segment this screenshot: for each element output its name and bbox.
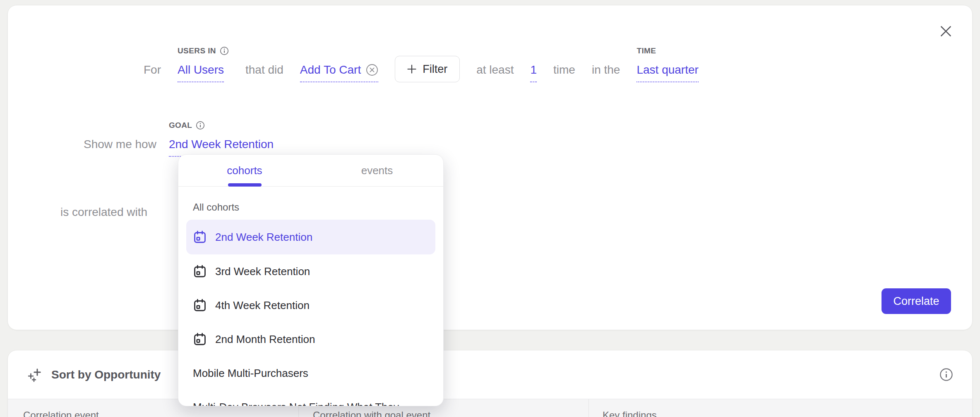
add-filter-button[interactable]: Filter xyxy=(395,56,460,82)
dropdown-tabs: cohorts events xyxy=(178,155,443,187)
remove-event-icon[interactable] xyxy=(366,64,378,76)
info-icon[interactable] xyxy=(220,46,229,55)
for-label: For xyxy=(144,63,161,77)
list-item-cohort[interactable]: 2nd Month Retention xyxy=(186,322,435,356)
close-button[interactable] xyxy=(937,22,955,40)
filter-label: Filter xyxy=(423,63,447,76)
column-divider xyxy=(588,399,589,417)
tab-cohorts[interactable]: cohorts xyxy=(178,155,311,186)
column-header-correlation-event: Correlation event xyxy=(23,410,99,417)
time-word: time xyxy=(553,63,575,77)
sort-by-opportunity-button[interactable]: Sort by Opportunity xyxy=(51,368,161,381)
query-row-goal: Show me how GOAL 2nd Week Retention xyxy=(84,107,274,158)
sparkle-sort-icon xyxy=(28,367,43,382)
correlate-button[interactable]: Correlate xyxy=(882,288,951,314)
section-label-all-cohorts: All cohorts xyxy=(193,201,443,213)
list-item-cohort[interactable]: 2nd Week Retention xyxy=(186,220,435,254)
segment-selector[interactable]: All Users xyxy=(178,63,224,82)
list-item-cohort[interactable]: Mobile Multi-Purchasers xyxy=(186,356,435,390)
calendar-icon xyxy=(193,298,207,312)
calendar-icon xyxy=(193,264,207,278)
calendar-icon xyxy=(193,230,207,244)
query-builder-panel: For USERS IN All Users that did Add To C… xyxy=(7,5,973,330)
sort-row: Sort by Opportunity xyxy=(8,350,972,399)
column-header-key-findings: Key findings xyxy=(603,410,657,417)
calendar-icon xyxy=(193,332,207,346)
tab-events[interactable]: events xyxy=(311,155,443,186)
at-least-label: at least xyxy=(476,63,514,77)
query-row-users: For USERS IN All Users that did Add To C… xyxy=(144,33,699,83)
that-did-label: that did xyxy=(245,63,283,77)
list-item-cohort[interactable]: 4th Week Retention xyxy=(186,288,435,322)
in-the-label: in the xyxy=(592,63,620,77)
show-me-how-label: Show me how xyxy=(84,138,156,151)
count-selector[interactable]: 1 xyxy=(530,63,537,82)
results-panel: Sort by Opportunity Correlation event Co… xyxy=(7,350,973,417)
goal-label: GOAL xyxy=(169,121,205,130)
list-item-cohort[interactable]: 3rd Week Retention xyxy=(186,254,435,288)
info-icon[interactable] xyxy=(939,368,953,381)
close-icon xyxy=(940,26,951,37)
time-range-selector[interactable]: Last quarter xyxy=(637,63,698,82)
info-icon[interactable] xyxy=(196,121,205,130)
is-correlated-with-label: is correlated with xyxy=(60,206,147,219)
cohort-list: 2nd Week Retention 3rd Week Retention xyxy=(178,220,443,406)
column-header-correlation-with-goal: Correlation with goal event xyxy=(313,410,430,417)
results-table-header: Correlation event Correlation with goal … xyxy=(8,399,972,417)
plus-icon xyxy=(407,65,416,74)
list-item-cohort[interactable]: Multi-Day Browsers Not Finding What They xyxy=(186,390,435,406)
event-selector[interactable]: Add To Cart xyxy=(300,63,378,82)
users-in-label: USERS IN xyxy=(178,46,229,55)
active-tab-indicator xyxy=(228,183,262,187)
goal-dropdown: cohorts events All cohorts 2nd Week Rete… xyxy=(178,154,444,406)
time-label: TIME xyxy=(637,46,656,55)
